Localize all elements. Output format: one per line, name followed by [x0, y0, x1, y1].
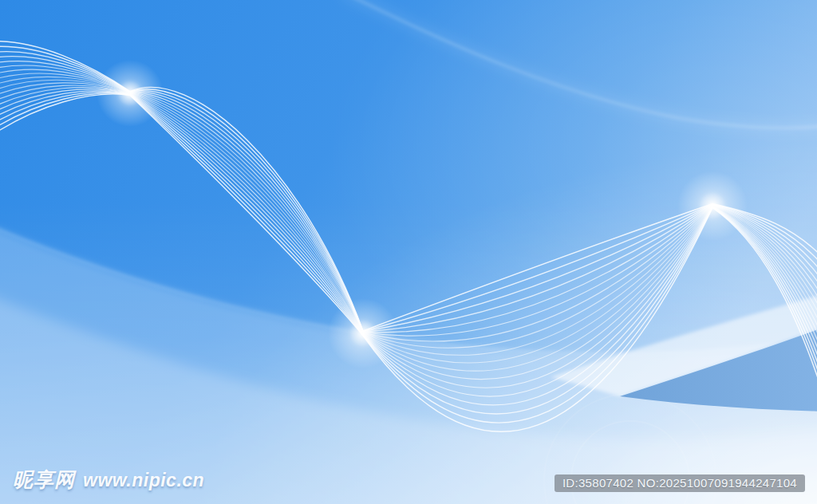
site-watermark: 昵享网 www.nipic.cn — [13, 467, 204, 493]
background-graphic — [0, 0, 817, 504]
site-url-text: www.nipic.cn — [83, 470, 204, 491]
image-id-text: ID:35807402 NO:20251007091944247104 — [562, 474, 797, 492]
image-id-badge: ID:35807402 NO:20251007091944247104 — [555, 474, 805, 492]
abstract-background-image: 昵享网 www.nipic.cn ID:35807402 NO:20251007… — [0, 0, 817, 504]
site-logo-text: 昵享网 — [13, 467, 75, 493]
